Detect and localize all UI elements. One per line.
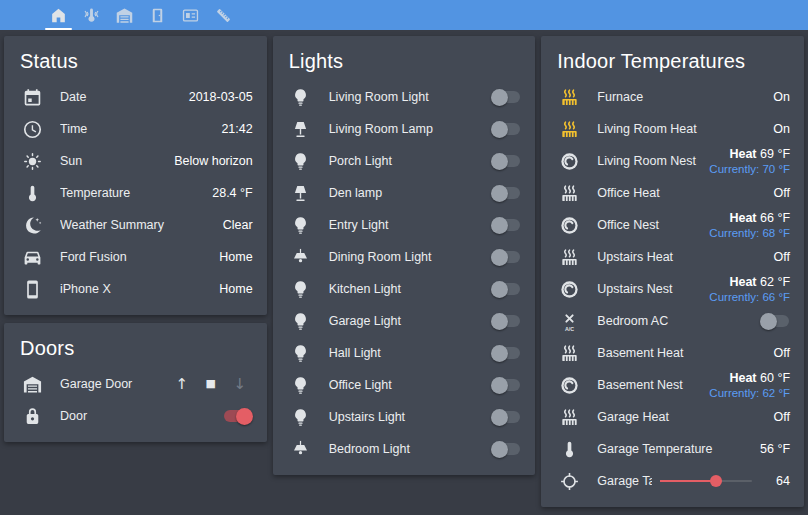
entity-label: Office Heat <box>597 186 773 200</box>
toggle-switch[interactable] <box>491 312 521 330</box>
row-garage-heat: Garage HeatOff <box>541 401 804 433</box>
entity-current-state: Currently: 66 °F <box>709 290 790 304</box>
row-upstairs-heat: Upstairs HeatOff <box>541 241 804 273</box>
arrow-down-icon: ↓ <box>233 375 246 393</box>
row-porch-light: Porch Light <box>273 145 536 177</box>
toggle-switch[interactable] <box>491 376 521 394</box>
lights-card-title: Lights <box>273 36 536 81</box>
row-upstairs-light: Upstairs Light <box>273 401 536 433</box>
column-middle: Lights Living Room LightLiving Room Lamp… <box>273 36 536 475</box>
cover-down-button[interactable]: ↓ <box>227 371 253 397</box>
row-living-room-light: Living Room Light <box>273 81 536 113</box>
row-date: Date2018-03-05 <box>4 81 267 113</box>
toggle-switch[interactable] <box>491 152 521 170</box>
toggle-switch[interactable] <box>491 120 521 138</box>
nest-icon <box>557 213 581 237</box>
entity-state: Home <box>219 250 252 264</box>
row-garage-door: Garage Door↑■↓ <box>4 368 267 400</box>
status-rows: Date2018-03-05Time21:42SunBelow horizonT… <box>4 81 267 305</box>
entity-label: Temperature <box>60 186 212 200</box>
row-basement-heat: Basement HeatOff <box>541 337 804 369</box>
bulb-icon <box>289 309 313 333</box>
toggle-switch[interactable] <box>491 408 521 426</box>
tab-media[interactable] <box>174 0 207 30</box>
toggle-switch[interactable] <box>491 280 521 298</box>
entity-label: Garage Door <box>60 377 169 391</box>
tab-doors[interactable] <box>141 0 174 30</box>
slider-thumb[interactable] <box>710 475 722 487</box>
row-living-room-lamp: Living Room Lamp <box>273 113 536 145</box>
entity-label: Living Room Nest <box>597 154 709 168</box>
tab-garage[interactable] <box>108 0 141 30</box>
tab-tools[interactable] <box>207 0 240 30</box>
garage-icon <box>113 3 137 27</box>
row-hall-light: Hall Light <box>273 337 536 369</box>
entity-current-state: Currently: 68 °F <box>709 226 790 240</box>
bulb-icon <box>289 373 313 397</box>
row-office-nest: Office NestHeat 66 °FCurrently: 68 °F <box>541 209 804 241</box>
toggle-switch[interactable] <box>760 312 790 330</box>
entity-label: Entry Light <box>329 218 492 232</box>
target-slider[interactable] <box>660 473 752 489</box>
row-entry-light: Entry Light <box>273 209 536 241</box>
tab-bar <box>42 0 240 30</box>
toggle-switch[interactable] <box>223 407 253 425</box>
entity-state: Off <box>774 250 790 264</box>
entity-label: iPhone X <box>60 282 219 296</box>
entity-state: Off <box>774 346 790 360</box>
nest-icon <box>557 277 581 301</box>
door-icon <box>146 3 170 27</box>
entity-label: Time <box>60 122 221 136</box>
tab-home[interactable] <box>42 0 75 30</box>
cover-controls: ↑■↓ <box>169 371 253 397</box>
toggle-switch[interactable] <box>491 216 521 234</box>
bulb-icon <box>289 149 313 173</box>
entity-label: Garage Temperature <box>597 442 760 456</box>
thermometer-icon <box>557 437 581 461</box>
entity-label: Hall Light <box>329 346 492 360</box>
toggle-switch[interactable] <box>491 88 521 106</box>
cellphone-icon <box>20 277 44 301</box>
toggle-switch[interactable] <box>491 248 521 266</box>
entity-label: Sun <box>60 154 174 168</box>
arrow-up-icon: ↑ <box>175 375 188 393</box>
switch-thumb <box>491 377 508 394</box>
row-weather-summary: Weather SummaryClear <box>4 209 267 241</box>
row-living-room-nest: Living Room NestHeat 69 °FCurrently: 70 … <box>541 145 804 177</box>
entity-state: 28.4 °F <box>212 186 252 200</box>
toggle-switch[interactable] <box>491 184 521 202</box>
switch-thumb <box>491 217 508 234</box>
entity-state: Heat 62 °FCurrently: 66 °F <box>709 275 790 304</box>
entity-label: Upstairs Heat <box>597 250 773 264</box>
entity-state: Clear <box>223 218 253 232</box>
toggle-switch[interactable] <box>491 344 521 362</box>
row-garage-target: Garage Target64 <box>541 465 804 497</box>
switch-thumb <box>491 185 508 202</box>
radiator-icon <box>557 405 581 429</box>
cover-stop-button[interactable]: ■ <box>198 371 224 397</box>
home-icon <box>47 3 71 27</box>
radiator-icon <box>557 341 581 365</box>
media-card-icon <box>179 3 203 27</box>
column-right: Indoor Temperatures FurnaceOnLiving Room… <box>541 36 804 507</box>
row-living-room-heat: Living Room HeatOn <box>541 113 804 145</box>
entity-state: Heat 60 °FCurrently: 62 °F <box>709 371 790 400</box>
bulb-icon <box>289 405 313 429</box>
entity-state: Below horizon <box>174 154 253 168</box>
tab-climate[interactable] <box>75 0 108 30</box>
row-garage-temperature: Garage Temperature56 °F <box>541 433 804 465</box>
cover-up-button[interactable]: ↑ <box>169 371 195 397</box>
toggle-switch[interactable] <box>491 440 521 458</box>
entity-state: Off <box>774 186 790 200</box>
entity-label: Bedroom Light <box>329 442 492 456</box>
thermometer-icon <box>20 181 44 205</box>
bulb-icon <box>289 277 313 301</box>
lamp-icon <box>289 117 313 141</box>
entity-label: Porch Light <box>329 154 492 168</box>
row-office-heat: Office HeatOff <box>541 177 804 209</box>
lock-icon <box>20 404 44 428</box>
entity-state: On <box>773 90 790 104</box>
bulb-icon <box>289 85 313 109</box>
entity-state: Off <box>774 410 790 424</box>
radiator-icon <box>557 245 581 269</box>
